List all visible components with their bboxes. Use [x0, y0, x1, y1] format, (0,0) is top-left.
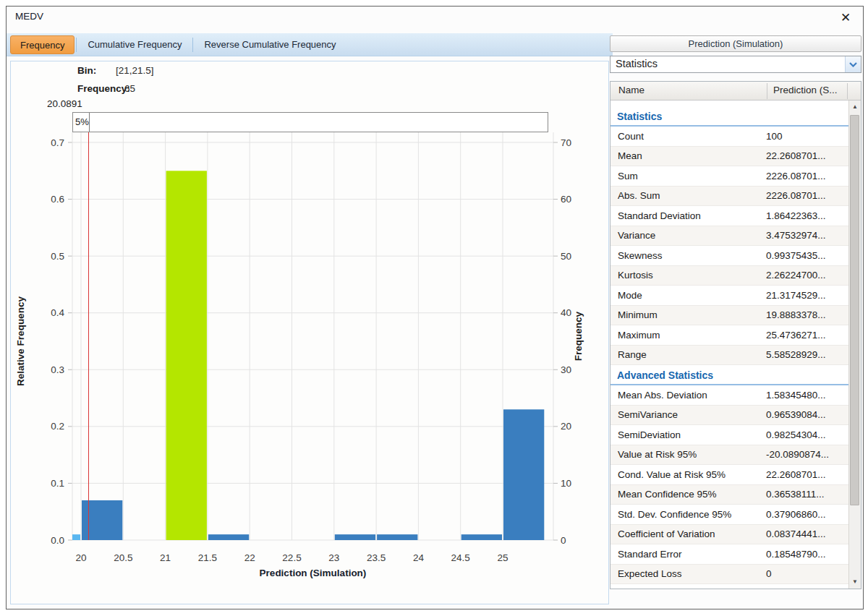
close-icon[interactable]: ✕	[837, 9, 854, 27]
histogram-bar[interactable]	[503, 409, 544, 540]
stat-row[interactable]: SemiVariance0.96539084...	[610, 406, 848, 426]
y-axis-left-tick-label: 0.5	[51, 251, 64, 262]
y-axis-right-tick-label: 10	[561, 478, 571, 489]
y-axis-right-tick-label: 70	[561, 137, 571, 148]
stat-name: Range	[610, 349, 766, 360]
stat-row[interactable]: Mean22.2608701...	[610, 147, 848, 167]
stat-name: Kurtosis	[610, 270, 766, 281]
stat-value: 5.58528929...	[766, 349, 848, 360]
vertical-scrollbar[interactable]: ▲ ▼	[848, 100, 861, 589]
column-divider[interactable]	[847, 83, 848, 99]
stat-value: 3.47532974...	[766, 230, 848, 241]
stat-row[interactable]: Variance3.47532974...	[610, 226, 848, 247]
stat-name: Maximum	[610, 330, 766, 341]
window-title: MEDV	[15, 11, 43, 22]
stat-name: Mean	[610, 150, 766, 161]
stat-name: Skewness	[610, 250, 766, 261]
stat-value: 0.37906860...	[766, 509, 848, 520]
y-axis-left-tick-label: 0.3	[51, 364, 64, 375]
percentile-marker-line[interactable]	[88, 132, 90, 540]
tab-frequency[interactable]: Frequency	[10, 35, 75, 54]
stat-name: Abs. Sum	[610, 190, 766, 201]
stat-row[interactable]: Std. Dev. Confidence 95%0.37906860...	[610, 505, 848, 525]
x-axis-tick-label: 20	[75, 552, 86, 563]
stat-name: Sum	[610, 171, 766, 181]
chart-panel: 0.00.10.20.30.40.50.60.72020.52121.52222…	[10, 61, 609, 604]
stat-row[interactable]: Sum2226.08701...	[610, 166, 848, 187]
stat-row[interactable]: Value at Risk 95%-20.0890874...	[610, 445, 848, 466]
stat-row[interactable]: Count100	[610, 127, 848, 147]
tab-reverse-cumulative-frequency[interactable]: Reverse Cumulative Frequency	[195, 35, 345, 54]
percentile-slider[interactable]: 5%	[72, 112, 548, 132]
stat-row[interactable]: Coefficient of Variation0.08374441...	[610, 525, 848, 545]
result-variable-header[interactable]: Prediction (Simulation)	[610, 35, 861, 52]
percentile-value-label: 20.0891	[47, 98, 82, 109]
stat-row[interactable]: Mode21.3174529...	[610, 286, 848, 306]
histogram-bar[interactable]	[166, 171, 207, 540]
scrollbar-thumb[interactable]	[850, 115, 859, 505]
histogram-bar[interactable]	[208, 534, 249, 540]
x-axis-tick-label: 21.5	[198, 552, 217, 563]
tab-separator	[76, 38, 77, 52]
stat-row[interactable]: Abs. Sum2226.08701...	[610, 187, 848, 207]
stat-name: SemiVariance	[610, 409, 766, 420]
stat-row[interactable]: Kurtosis2.26224700...	[610, 266, 848, 286]
stat-row[interactable]: Expected Loss0	[610, 565, 848, 585]
histogram-bar[interactable]	[377, 534, 417, 540]
tab-separator	[192, 38, 193, 52]
histogram-bar[interactable]	[461, 534, 502, 540]
stat-value: 0.18548790...	[766, 549, 848, 560]
stat-value: 2226.08701...	[766, 171, 848, 181]
stat-row[interactable]: SemiDeviation0.98254304...	[610, 425, 848, 445]
stat-value: 1.86422363...	[766, 210, 848, 221]
chevron-down-icon[interactable]	[845, 56, 861, 72]
table-body: StatisticsCount100Mean22.2608701...Sum22…	[610, 100, 848, 589]
tooltip-bin-value: [21,21.5]	[116, 65, 154, 76]
y-axis-left-tick-label: 0.1	[51, 478, 64, 489]
stat-name: Expected Loss	[610, 568, 766, 579]
statistics-dropdown[interactable]: Statistics	[610, 56, 861, 73]
tab-cumulative-frequency[interactable]: Cumulative Frequency	[78, 35, 191, 54]
stat-row[interactable]: Standard Error0.18548790...	[610, 544, 848, 565]
stat-value: 22.2608701...	[766, 469, 848, 480]
stat-name: Standard Error	[610, 549, 766, 560]
statistics-dropdown-value: Statistics	[616, 58, 658, 69]
stat-row[interactable]: Mean Abs. Deviation1.58345480...	[610, 385, 848, 406]
stat-row[interactable]: Minimum19.8883378...	[610, 306, 848, 326]
stat-row[interactable]: Skewness0.99375435...	[610, 246, 848, 266]
stat-row[interactable]: Cond. Value at Risk 95%22.2608701...	[610, 465, 848, 485]
statistics-table: Name Prediction (S... StatisticsCount100…	[610, 81, 861, 589]
y-axis-right-tick-label: 0	[561, 535, 566, 546]
percentile-slider-handle[interactable]	[89, 113, 90, 132]
stat-row[interactable]: Maximum25.4736271...	[610, 325, 848, 346]
stat-name: Count	[610, 131, 766, 142]
stat-value: 0	[766, 568, 848, 579]
tooltip-frequency-label: Frequency:	[77, 83, 130, 94]
stat-row[interactable]: Standard Deviation1.86422363...	[610, 206, 848, 226]
stat-value: 0.99375435...	[766, 250, 848, 261]
scroll-up-icon[interactable]: ▲	[849, 101, 861, 113]
column-header-name[interactable]: Name	[618, 85, 644, 95]
y-axis-right-tick-label: 20	[561, 421, 571, 432]
stat-name: Value at Risk 95%	[610, 449, 766, 460]
stat-value: 22.2608701...	[766, 150, 848, 161]
histogram-bar[interactable]	[72, 534, 80, 540]
scroll-down-icon[interactable]: ▼	[849, 576, 861, 588]
x-axis-title: Prediction (Simulation)	[260, 568, 367, 578]
column-divider[interactable]	[767, 83, 767, 99]
y-axis-right-title: Frequency	[573, 311, 584, 361]
stat-value: 2226.08701...	[766, 190, 848, 201]
y-axis-left-tick-label: 0.0	[51, 535, 64, 546]
stat-value: 0.36538111...	[766, 489, 848, 500]
medv-window: MEDV ✕ Frequency Cumulative Frequency Re…	[6, 6, 864, 609]
stat-value: 100	[766, 131, 848, 142]
column-header-prediction[interactable]: Prediction (S...	[773, 85, 838, 95]
tooltip-frequency-value: 65	[124, 83, 135, 94]
stat-name: Std. Dev. Confidence 95%	[610, 509, 766, 520]
stat-row[interactable]: Range5.58528929...	[610, 346, 848, 366]
stat-name: Mode	[610, 290, 766, 301]
x-axis-tick-label: 23	[328, 552, 339, 563]
stat-value: 0.96539084...	[766, 409, 848, 420]
histogram-bar[interactable]	[335, 534, 375, 540]
stat-row[interactable]: Mean Confidence 95%0.36538111...	[610, 485, 848, 505]
